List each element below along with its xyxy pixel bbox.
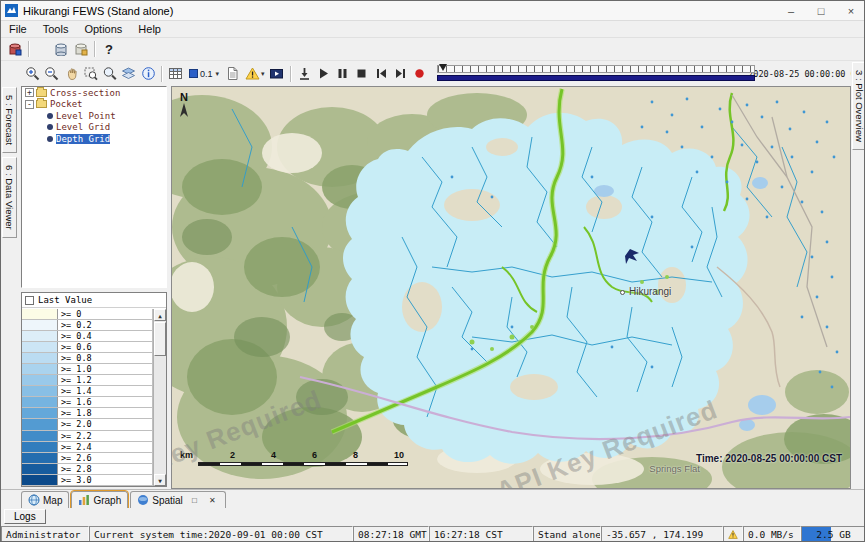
- timeline-handle[interactable]: [439, 64, 447, 71]
- timeline-bar[interactable]: [437, 75, 755, 81]
- legend-label: >= 0: [58, 309, 153, 319]
- legend-swatch: [22, 397, 58, 407]
- tab-graph[interactable]: Graph: [71, 491, 128, 508]
- tab-plot-overview[interactable]: 3 : Plot Overview: [852, 62, 865, 150]
- logs-button[interactable]: Logs: [4, 509, 46, 524]
- warning-dropdown-button[interactable]: ▾: [242, 64, 267, 83]
- legend-swatch: [22, 364, 58, 374]
- document-button[interactable]: [223, 64, 242, 83]
- step-first-button[interactable]: [372, 64, 391, 83]
- zoom-in-button[interactable]: [23, 64, 42, 83]
- node-icon: [47, 124, 53, 130]
- tab-map[interactable]: Map: [21, 491, 69, 508]
- archive-button[interactable]: [71, 40, 91, 59]
- legend-row: >= 3.0: [22, 475, 153, 486]
- grid-display-button[interactable]: [166, 64, 185, 83]
- scale-tick-label: 8: [353, 450, 358, 460]
- download-icon: [297, 66, 312, 81]
- play-button[interactable]: [314, 64, 333, 83]
- help-button[interactable]: ?: [99, 40, 119, 59]
- main-toolbar: ?: [1, 38, 865, 61]
- pause-icon: [336, 67, 349, 80]
- legend-swatch: [22, 353, 58, 363]
- legend-label: >= 0.8: [58, 353, 153, 363]
- status-memory[interactable]: 2.5 GB: [801, 526, 865, 542]
- timeline-ruler[interactable]: [437, 65, 755, 73]
- export-button[interactable]: [295, 64, 314, 83]
- scroll-down-button[interactable]: ▼: [154, 474, 166, 486]
- tree-item-depth-grid[interactable]: Depth Grid: [22, 133, 166, 145]
- legend-swatch: [22, 386, 58, 396]
- tree-item-pocket[interactable]: -Pocket: [22, 99, 166, 111]
- warning-icon: [245, 66, 260, 81]
- logs-row: Logs: [1, 508, 865, 526]
- menu-file[interactable]: File: [1, 22, 35, 36]
- zoom-box-button[interactable]: [81, 64, 100, 83]
- left-tab-strip: 5 : Forecast 6 : Data Viewer: [1, 86, 19, 489]
- menu-options[interactable]: Options: [76, 22, 130, 36]
- status-throughput: 0.0 MB/s: [743, 526, 801, 542]
- legend-swatch: [22, 442, 58, 452]
- legend-row: >= 0.8: [22, 353, 153, 364]
- panel-close-button[interactable]: ✕: [206, 494, 219, 507]
- map-view[interactable]: N km 246810 Time: 2020-08-25 00:00:00 CS…: [171, 86, 851, 489]
- close-button[interactable]: ×: [836, 1, 865, 20]
- scale-tick-label: 6: [312, 450, 317, 460]
- legend-swatch: [22, 431, 58, 441]
- legend-row: >= 1.8: [22, 408, 153, 419]
- titlebar: Hikurangi FEWS (Stand alone) – □ ×: [1, 1, 865, 21]
- status-warning[interactable]: [723, 526, 743, 542]
- import-database-button[interactable]: [5, 40, 25, 59]
- legend-label: >= 0.6: [58, 342, 153, 352]
- menu-help[interactable]: Help: [130, 22, 169, 36]
- layers-button[interactable]: [119, 64, 138, 83]
- legend-swatch: [22, 408, 58, 418]
- info-button[interactable]: [139, 64, 158, 83]
- tree-item-level-grid[interactable]: Level Grid: [22, 122, 166, 134]
- pan-button[interactable]: [62, 64, 81, 83]
- legend-scrollbar[interactable]: ▲ ▼: [153, 309, 166, 486]
- minimize-button[interactable]: –: [776, 1, 806, 20]
- last-value-label: Last Value: [38, 295, 92, 305]
- scroll-up-button[interactable]: ▲: [154, 309, 166, 321]
- tree-item-label: Pocket: [50, 99, 83, 109]
- collapse-toggle-icon[interactable]: -: [25, 100, 34, 109]
- tree-item-level-point[interactable]: Level Point: [22, 110, 166, 122]
- display-button[interactable]: [267, 64, 286, 83]
- legend-swatch: [22, 475, 58, 485]
- legend-row: >= 0.6: [22, 342, 153, 353]
- tab-data-viewer[interactable]: 6 : Data Viewer: [2, 157, 17, 238]
- app-window: Hikurangi FEWS (Stand alone) – □ × File …: [0, 0, 865, 542]
- pause-button[interactable]: [333, 64, 352, 83]
- right-tab-strip: 3 : Plot Overview: [851, 61, 865, 542]
- database-button[interactable]: [51, 40, 71, 59]
- tab-spatial[interactable]: Spatial □ ✕: [130, 491, 226, 508]
- legend-label: >= 2.6: [58, 453, 153, 463]
- step-last-button[interactable]: [391, 64, 410, 83]
- scroll-thumb[interactable]: [154, 322, 166, 356]
- frame-scale-button[interactable]: 0.1 ▾: [185, 64, 223, 83]
- toolbar-separator: [161, 66, 163, 82]
- folder-icon: [36, 100, 47, 108]
- toolbar-separator: [290, 66, 292, 82]
- expand-toggle-icon[interactable]: +: [25, 88, 34, 97]
- tab-map-label: Map: [43, 495, 62, 506]
- status-mode: Stand alone: [533, 526, 601, 542]
- tree-item-cross-section[interactable]: +Cross-section: [22, 87, 166, 99]
- panel-restore-button[interactable]: □: [188, 494, 201, 507]
- zoom-out-button[interactable]: [42, 64, 61, 83]
- legend-row: >= 0.2: [22, 320, 153, 331]
- menu-tools[interactable]: Tools: [35, 22, 77, 36]
- scale-tick-label: 10: [394, 450, 404, 460]
- magnifier-button[interactable]: [100, 64, 119, 83]
- maximize-button[interactable]: □: [806, 1, 836, 20]
- tab-forecast[interactable]: 5 : Forecast: [2, 87, 17, 153]
- stop-button[interactable]: [352, 64, 371, 83]
- legend-row: >= 1.0: [22, 364, 153, 375]
- last-value-checkbox[interactable]: [25, 296, 34, 305]
- zoom-in-icon: [25, 66, 40, 81]
- north-label: N: [178, 91, 190, 103]
- record-button[interactable]: [410, 64, 429, 83]
- timeline-slider[interactable]: [437, 64, 742, 83]
- layer-tree[interactable]: +Cross-section-PocketLevel PointLevel Gr…: [21, 86, 167, 288]
